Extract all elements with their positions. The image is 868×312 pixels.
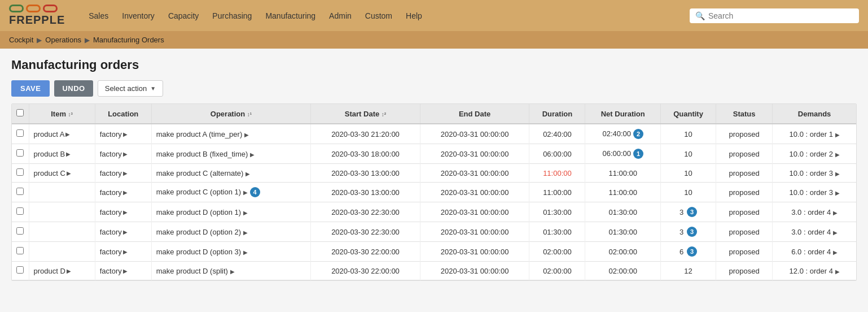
location-link[interactable]: factory ▶ (100, 267, 147, 275)
item-link[interactable]: product C ▶ (34, 169, 90, 177)
nav-item-capacity[interactable]: Capacity (163, 8, 204, 24)
row-checkbox[interactable] (16, 188, 24, 195)
row-item (29, 242, 95, 262)
row-demands[interactable]: 3.0 : order 4 ▶ (773, 202, 856, 222)
row-operation[interactable]: make product B (fixed_time) ▶ (151, 144, 310, 164)
row-checkbox[interactable] (16, 129, 24, 137)
row-net-duration: 02:00:00 (585, 262, 661, 280)
row-demands[interactable]: 3.0 : order 4 ▶ (773, 222, 856, 242)
search-input[interactable] (708, 11, 853, 20)
row-checkbox[interactable] (16, 247, 24, 254)
col-header-location[interactable]: Location (95, 104, 151, 124)
save-button[interactable]: SAVE (11, 80, 50, 97)
row-demands[interactable]: 10.0 : order 3 ▶ (773, 183, 856, 202)
header-checkbox-cell[interactable] (12, 104, 29, 124)
col-header-operation[interactable]: Operation ↕¹ (151, 104, 310, 124)
operation-arrow: ▶ (244, 132, 249, 138)
location-link[interactable]: factory ▶ (100, 169, 147, 177)
col-header-item[interactable]: Item ↕³ (29, 104, 95, 124)
row-checkbox[interactable] (16, 149, 24, 157)
breadcrumb-operations[interactable]: Operations (45, 36, 81, 44)
location-link[interactable]: factory ▶ (100, 130, 147, 138)
row-checkbox-cell[interactable] (12, 242, 29, 262)
demands-arrow: ▶ (833, 229, 838, 236)
location-link[interactable]: factory ▶ (100, 188, 147, 197)
row-demands[interactable]: 10.0 : order 1 ▶ (773, 124, 856, 144)
item-link[interactable]: product D ▶ (34, 267, 90, 275)
sort-icon-start-date: ↕² (382, 111, 386, 118)
col-header-demands[interactable]: Demands (773, 104, 856, 124)
select-all-checkbox[interactable] (16, 109, 24, 116)
row-duration: 11:00:00 (529, 164, 585, 183)
row-checkbox-cell[interactable] (12, 222, 29, 242)
row-status: proposed (716, 262, 773, 280)
row-location[interactable]: factory ▶ (95, 183, 151, 202)
row-checkbox[interactable] (16, 168, 24, 176)
nav-item-sales[interactable]: Sales (83, 8, 114, 24)
row-operation[interactable]: make product C (alternate) ▶ (151, 164, 310, 183)
logo-shape-red (43, 5, 58, 12)
row-location[interactable]: factory ▶ (95, 164, 151, 183)
col-header-quantity[interactable]: Quantity (661, 104, 716, 124)
nav-item-manufacturing[interactable]: Manufacturing (260, 8, 321, 24)
row-net-duration: 02:40:002 (585, 124, 661, 144)
nav-item-custom[interactable]: Custom (360, 8, 398, 24)
row-location[interactable]: factory ▶ (95, 144, 151, 164)
row-location[interactable]: factory ▶ (95, 262, 151, 280)
nav-item-inventory[interactable]: Inventory (116, 8, 160, 24)
row-operation[interactable]: make product A (time_per) ▶ (151, 124, 310, 144)
row-duration: 02:40:00 (529, 124, 585, 144)
item-link[interactable]: product A ▶ (34, 130, 90, 138)
nav-item-purchasing[interactable]: Purchasing (207, 8, 257, 24)
row-demands[interactable]: 10.0 : order 3 ▶ (773, 164, 856, 183)
nav-item-admin[interactable]: Admin (323, 8, 357, 24)
row-checkbox-cell[interactable] (12, 202, 29, 222)
col-header-start-date[interactable]: Start Date ↕² (311, 104, 420, 124)
item-link[interactable]: product B ▶ (34, 150, 90, 158)
demands-arrow: ▶ (833, 210, 838, 216)
row-location[interactable]: factory ▶ (95, 242, 151, 262)
location-link[interactable]: factory ▶ (100, 150, 147, 158)
location-link[interactable]: factory ▶ (100, 228, 147, 236)
row-checkbox[interactable] (16, 266, 24, 274)
row-checkbox[interactable] (16, 207, 24, 215)
col-header-net-duration[interactable]: Net Duration (585, 104, 661, 124)
row-checkbox-cell[interactable] (12, 183, 29, 202)
col-header-end-date[interactable]: End Date (420, 104, 529, 124)
search-box[interactable]: 🔍 (690, 8, 859, 23)
select-action-dropdown[interactable]: Select action ▼ (98, 80, 163, 97)
row-checkbox-cell[interactable] (12, 262, 29, 280)
undo-button[interactable]: UNDO (54, 80, 93, 97)
row-status: proposed (716, 124, 773, 144)
breadcrumb-manufacturing-orders[interactable]: Manufacturing Orders (93, 36, 164, 44)
row-operation[interactable]: make product D (option 1) ▶ (151, 202, 310, 222)
col-header-duration[interactable]: Duration (529, 104, 585, 124)
row-operation[interactable]: make product D (option 3) ▶ (151, 242, 310, 262)
row-location[interactable]: factory ▶ (95, 222, 151, 242)
row-start-date: 2020-03-30 18:00:00 (311, 144, 420, 164)
row-demands[interactable]: 10.0 : order 2 ▶ (773, 144, 856, 164)
row-checkbox-cell[interactable] (12, 144, 29, 164)
location-link[interactable]: factory ▶ (100, 248, 147, 256)
row-location[interactable]: factory ▶ (95, 124, 151, 144)
row-net-duration: 01:30:00 (585, 202, 661, 222)
row-checkbox-cell[interactable] (12, 164, 29, 183)
row-quantity: 63 (661, 242, 716, 262)
row-operation[interactable]: make product C (option 1) ▶4 (151, 183, 310, 202)
row-quantity: 10 (661, 144, 716, 164)
demands-arrow: ▶ (835, 151, 840, 158)
row-demands[interactable]: 6.0 : order 4 ▶ (773, 242, 856, 262)
qty-cell: 33 (665, 227, 711, 237)
row-demands[interactable]: 12.0 : order 4 ▶ (773, 262, 856, 280)
logo[interactable]: FREPPLE (9, 5, 65, 27)
row-checkbox-cell[interactable] (12, 124, 29, 144)
breadcrumb-cockpit[interactable]: Cockpit (9, 36, 33, 44)
location-link[interactable]: factory ▶ (100, 208, 147, 216)
row-operation[interactable]: make product D (option 2) ▶ (151, 222, 310, 242)
nav-item-help[interactable]: Help (400, 8, 428, 24)
row-operation[interactable]: make product D (split) ▶ (151, 262, 310, 280)
row-duration: 02:00:00 (529, 262, 585, 280)
col-header-status[interactable]: Status (716, 104, 773, 124)
row-checkbox[interactable] (16, 227, 24, 235)
row-location[interactable]: factory ▶ (95, 202, 151, 222)
